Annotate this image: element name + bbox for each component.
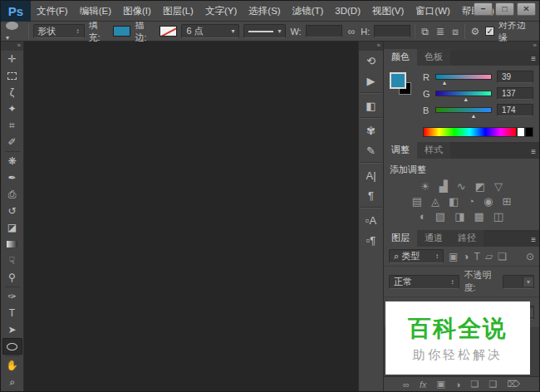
new-layer-icon[interactable]: ❑ <box>488 379 497 390</box>
tab-layers[interactable]: 图层 <box>384 230 417 247</box>
hue-saturation-icon[interactable]: ▤ <box>412 195 422 208</box>
menu-filter[interactable]: 滤镜(T) <box>287 1 330 21</box>
expand-panels-icon[interactable]: » <box>359 42 383 51</box>
ellipse-shape-tool[interactable] <box>2 338 22 355</box>
invert-icon[interactable]: ◐ <box>420 210 426 223</box>
slider-thumb-icon[interactable]: ▲ <box>463 96 469 102</box>
path-alignment-icon[interactable]: ≣ <box>434 26 446 37</box>
properties-panel-icon[interactable]: ◧ <box>361 96 382 115</box>
character-panel-icon[interactable]: A| <box>361 165 382 185</box>
tool-mode-select[interactable]: 形状↕ <box>33 24 85 38</box>
levels-icon[interactable]: ▟ <box>439 180 448 193</box>
maximize-button[interactable]: □ <box>495 2 514 16</box>
menu-edit[interactable]: 编辑(E) <box>74 1 117 21</box>
exposure-icon[interactable]: ◩ <box>475 180 485 193</box>
tab-adjustments[interactable]: 调整 <box>384 142 417 159</box>
filter-smart-objects-icon[interactable]: ❏ <box>498 251 507 262</box>
lasso-tool[interactable]: ζ <box>2 84 22 100</box>
blue-value-input[interactable] <box>497 104 533 116</box>
slider-thumb-icon[interactable]: ▲ <box>470 113 476 119</box>
dodge-tool[interactable]: ⚲ <box>2 269 22 286</box>
filter-shape-layers-icon[interactable]: ▱ <box>485 251 493 262</box>
move-tool[interactable]: ✛ <box>2 51 22 67</box>
panel-menu-icon[interactable]: ≡ <box>531 235 536 244</box>
black-swatch[interactable] <box>525 127 533 137</box>
clone-stamp-tool[interactable]: ⎙ <box>2 186 22 203</box>
type-tool[interactable]: T <box>2 305 22 321</box>
smudge-tool[interactable]: ☟ <box>2 252 22 269</box>
path-arrangement-icon[interactable]: ⧈ <box>450 26 460 37</box>
hand-tool[interactable]: ✋ <box>2 357 22 374</box>
brightness-contrast-icon[interactable]: ☀ <box>420 180 430 193</box>
blue-slider[interactable]: ▲ <box>435 107 492 113</box>
menu-image[interactable]: 图像(I) <box>117 1 157 21</box>
gradient-tool[interactable] <box>2 236 22 252</box>
paragraph-styles-panel-icon[interactable]: ▫¶ <box>361 230 382 250</box>
crop-tool[interactable]: ⌗ <box>2 117 22 134</box>
align-edges-checkbox[interactable]: ✓ <box>485 27 494 36</box>
selective-color-icon[interactable]: ◫ <box>493 210 503 223</box>
menu-file[interactable]: 文件(F) <box>31 1 74 21</box>
brush-panel-icon[interactable]: ✎ <box>361 140 382 160</box>
menu-view[interactable]: 视图(V) <box>366 1 410 21</box>
panel-menu-icon[interactable]: ≡ <box>531 147 536 156</box>
gear-icon[interactable]: ⚙ <box>469 26 482 37</box>
tab-styles[interactable]: 样式 <box>417 142 450 159</box>
menu-window[interactable]: 窗口(W) <box>410 1 456 21</box>
layer-style-icon[interactable]: fx <box>420 380 427 390</box>
path-operations-icon[interactable]: ⧉ <box>420 26 430 37</box>
zoom-tool[interactable]: ⌕ <box>2 374 22 390</box>
color-spectrum-ramp[interactable] <box>423 127 517 137</box>
fill-color-swatch[interactable] <box>113 26 131 37</box>
path-selection-tool[interactable]: ➤ <box>2 321 22 338</box>
height-input[interactable] <box>374 25 410 37</box>
blend-mode-select[interactable]: 正常↕ <box>389 275 459 289</box>
character-styles-panel-icon[interactable]: ▫A <box>361 210 382 230</box>
eraser-tool[interactable]: ◪ <box>2 219 22 236</box>
marquee-tool[interactable] <box>2 67 22 84</box>
delete-layer-icon[interactable]: ⌦ <box>507 379 520 390</box>
collapse-toolbar-icon[interactable]: » <box>1 42 23 51</box>
tab-swatches[interactable]: 色板 <box>417 49 450 66</box>
panel-menu-icon[interactable]: ≡ <box>531 54 536 63</box>
green-value-input[interactable] <box>497 87 533 100</box>
slider-thumb-icon[interactable]: ▲ <box>441 80 447 86</box>
filter-pixel-layers-icon[interactable]: ▣ <box>449 251 458 262</box>
opacity-select[interactable]: ▾ <box>503 275 534 289</box>
layer-mask-icon[interactable]: ▣ <box>437 379 445 390</box>
tab-channels[interactable]: 通道 <box>417 230 450 247</box>
actions-panel-icon[interactable]: ▶ <box>361 71 382 91</box>
color-balance-icon[interactable]: ◬ <box>431 195 439 208</box>
tab-color[interactable]: 颜色 <box>384 49 417 66</box>
filter-pin-icon[interactable]: ⊙ <box>526 251 534 262</box>
brush-presets-panel-icon[interactable]: ✾ <box>361 120 382 140</box>
menu-layer[interactable]: 图层(L) <box>157 1 199 21</box>
minimize-button[interactable]: – <box>474 2 493 16</box>
channel-mixer-icon[interactable]: ◉ <box>484 195 493 208</box>
threshold-icon[interactable]: ◨ <box>454 210 464 223</box>
width-input[interactable] <box>306 25 342 37</box>
eyedropper-tool[interactable]: ✐ <box>2 134 22 150</box>
white-swatch[interactable] <box>517 127 525 137</box>
spot-healing-tool[interactable]: ❋ <box>2 153 22 169</box>
color-lookup-icon[interactable]: ⊞ <box>502 195 511 208</box>
red-value-input[interactable] <box>497 71 533 83</box>
tool-preset-picker[interactable]: ▾ <box>6 22 24 42</box>
layer-list[interactable]: 百科全说 助你轻松解决 <box>384 328 539 376</box>
filter-adjustment-layers-icon[interactable]: ◑ <box>463 251 469 262</box>
menu-3d[interactable]: 3D(D) <box>329 1 366 21</box>
history-panel-icon[interactable]: ⟲ <box>361 51 382 71</box>
brush-tool[interactable]: ✒ <box>2 169 22 186</box>
gradient-map-icon[interactable]: ▩ <box>474 210 484 223</box>
green-slider[interactable]: ▲ <box>435 91 492 96</box>
link-layers-icon[interactable]: ∞ <box>403 380 410 390</box>
quick-selection-tool[interactable]: ✦ <box>2 100 22 117</box>
menu-type[interactable]: 文字(Y) <box>199 1 243 21</box>
history-brush-tool[interactable]: ↺ <box>2 203 22 219</box>
paragraph-panel-icon[interactable]: ¶ <box>361 185 382 205</box>
layer-group-icon[interactable]: ❏ <box>471 379 479 390</box>
posterize-icon[interactable]: ▧ <box>435 210 445 223</box>
curves-icon[interactable]: ∿ <box>457 180 466 193</box>
foreground-color-swatch[interactable] <box>390 72 406 89</box>
vibrance-icon[interactable]: ▽ <box>494 180 503 193</box>
